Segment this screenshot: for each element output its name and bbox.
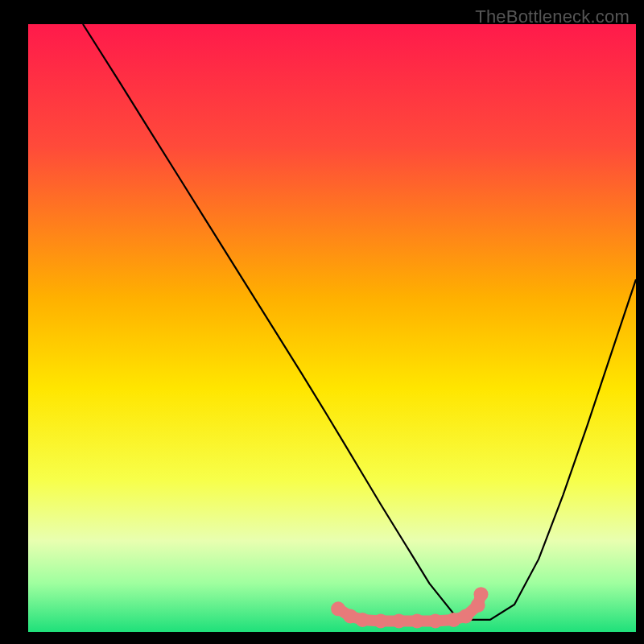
marker-dot [474,587,489,601]
marker-dot [374,613,388,628]
watermark-text: TheBottleneck.com [475,6,630,27]
bottleneck-chart: TheBottleneck.com [0,0,644,644]
marker-dot [331,601,345,616]
marker-dot [392,613,407,628]
marker-dot [355,613,369,627]
marker-dot [428,613,443,628]
marker-dot [410,613,424,628]
marker-dot [459,609,473,623]
chart-svg [0,0,644,644]
